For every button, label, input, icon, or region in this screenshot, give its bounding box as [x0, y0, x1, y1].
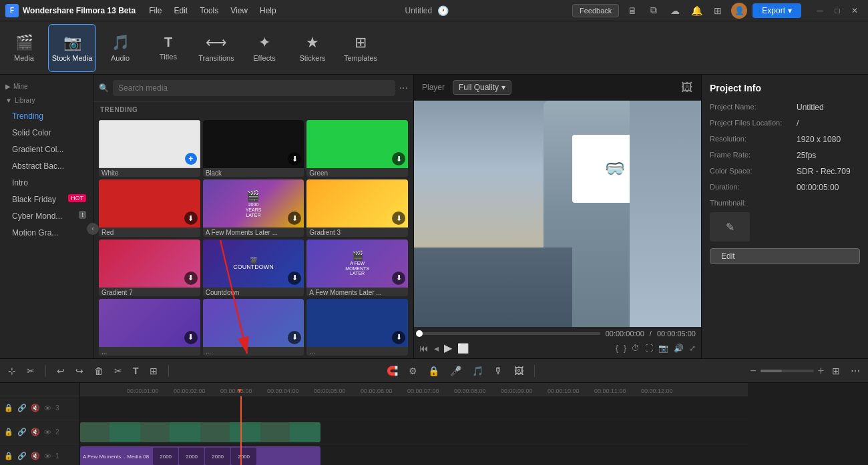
track3-visible-icon[interactable]: 👁	[44, 404, 51, 412]
sidebar-item-black-friday[interactable]: Black FridayHOT	[3, 191, 90, 207]
timeline-cut-button[interactable]: ✂	[112, 364, 125, 378]
media-item-r4c1[interactable]: ⬇ ...	[99, 299, 200, 356]
toolbar-media[interactable]: 🎬 Media	[0, 24, 48, 72]
monitor-icon[interactable]: 🖥	[624, 3, 640, 19]
sidebar-section-library[interactable]: ▼ Library	[0, 94, 93, 107]
track1-link-icon[interactable]: 🔗	[17, 452, 27, 460]
sidebar-item-abstract-bac[interactable]: Abstract Bac...	[3, 158, 90, 174]
overlay-clip[interactable]: A Few Moments... Media 08 2000 2000 2000…	[80, 446, 320, 465]
timeline-grid-button[interactable]: ⊞	[829, 364, 843, 378]
mark-in-button[interactable]: {	[616, 344, 618, 353]
sidebar-item-solid-color[interactable]: Solid Color	[3, 125, 90, 141]
download-green-button[interactable]: ⬇	[392, 152, 405, 165]
snapshot-button[interactable]: 📷	[658, 344, 668, 353]
menu-view[interactable]: View	[225, 4, 253, 17]
search-input[interactable]	[113, 80, 395, 96]
sidebar-item-trending[interactable]: Trending	[3, 108, 90, 124]
timeline-trim-button[interactable]: ✂	[24, 364, 37, 378]
download-black-button[interactable]: ⬇	[288, 152, 301, 165]
track1-visible-icon[interactable]: 👁	[44, 452, 51, 460]
timeline-add-button[interactable]: ⊞	[147, 364, 160, 378]
media-item-white[interactable]: + White	[99, 120, 200, 177]
menu-edit[interactable]: Edit	[169, 4, 194, 17]
close-button[interactable]: ✕	[847, 3, 863, 19]
speed-button[interactable]: ⏱	[632, 344, 640, 353]
playhead[interactable]	[240, 396, 242, 465]
track1-lock-icon[interactable]: 🔒	[4, 452, 13, 460]
edit-button[interactable]: Edit	[710, 248, 860, 264]
toolbar-effects[interactable]: ✦ Effects	[240, 24, 288, 72]
media-item-gradient7[interactable]: ⬇ Gradient 7	[99, 240, 200, 296]
media-item-red[interactable]: ⬇ Red	[99, 179, 200, 236]
export-button[interactable]: Export ▾	[752, 3, 801, 18]
add-white-button[interactable]: +	[185, 153, 197, 165]
media-item-green[interactable]: ⬇ Green	[306, 120, 408, 177]
menu-tools[interactable]: Tools	[194, 4, 224, 17]
track3-lock-icon[interactable]: 🔒	[4, 404, 13, 412]
timeline-voiceover-button[interactable]: 🎙	[491, 364, 506, 378]
timeline-music-button[interactable]: 🎵	[469, 364, 486, 378]
timeline-photo-button[interactable]: 🖼	[511, 364, 526, 378]
download-gradient7-button[interactable]: ⬇	[184, 272, 198, 285]
sidebar-item-gradient-col[interactable]: Gradient Col...	[3, 141, 90, 157]
expand-button[interactable]: ⤢	[689, 344, 696, 353]
copy-icon[interactable]: ⧉	[646, 3, 662, 19]
media-item-few-moments[interactable]: 🎬 2000YEARSLATER ⬇ A Few Moments Later .…	[203, 179, 304, 236]
media-item-gradient3[interactable]: ⬇ Gradient 3	[306, 179, 408, 236]
sidebar-item-cyber-mond[interactable]: Cyber Mond...!	[3, 208, 90, 224]
download-r4c3-button[interactable]: ⬇	[392, 331, 405, 344]
sidebar-item-motion-gra[interactable]: Motion Gra...	[3, 225, 90, 241]
zoom-in-button[interactable]: +	[818, 365, 824, 377]
progress-track[interactable]	[419, 332, 600, 335]
avatar-icon[interactable]: 👤	[731, 3, 747, 19]
timeline-mic-button[interactable]: 🎤	[447, 364, 464, 378]
track3-link-icon[interactable]: 🔗	[17, 404, 27, 412]
timeline-lock-button[interactable]: 🔒	[425, 364, 442, 378]
toolbar-transitions[interactable]: ⟷ Transitions	[192, 24, 240, 72]
preview-settings-button[interactable]: 🖼	[681, 81, 693, 95]
timeline-delete-button[interactable]: 🗑	[91, 364, 106, 378]
volume-button[interactable]: 🔊	[674, 344, 684, 353]
media-item-black[interactable]: ⬇ Black	[203, 120, 304, 177]
mark-out-button[interactable]: }	[624, 344, 626, 353]
notification-icon[interactable]: 🔔	[688, 3, 704, 19]
play-button[interactable]: ▶	[444, 342, 452, 354]
frame-back-button[interactable]: ◂	[434, 343, 439, 354]
download-countdown-button[interactable]: ⬇	[288, 272, 301, 285]
menu-help[interactable]: Help	[254, 4, 282, 17]
download-red-button[interactable]: ⬇	[184, 211, 198, 225]
maximize-button[interactable]: □	[829, 3, 845, 19]
sidebar-item-intro[interactable]: Intro	[3, 175, 90, 191]
more-options-button[interactable]: ···	[399, 82, 408, 94]
track1-mute-icon[interactable]: 🔇	[31, 452, 40, 460]
download-r4c2-button[interactable]: ⬇	[288, 331, 301, 344]
timeline-ruler[interactable]: 00:00:01:00 00:00:02:00 00:00:03:00 00:0…	[80, 383, 748, 396]
track2-link-icon[interactable]: 🔗	[17, 428, 27, 436]
toolbar-stock-media[interactable]: 📷 Stock Media	[48, 24, 96, 72]
menu-file[interactable]: File	[144, 4, 167, 17]
thumbnail-box[interactable]: ✎	[710, 212, 750, 242]
track2-mute-icon[interactable]: 🔇	[31, 428, 40, 436]
minimize-button[interactable]: ─	[812, 3, 828, 19]
timeline-select-button[interactable]: ⊹	[5, 364, 19, 378]
skip-back-button[interactable]: ⏮	[419, 343, 429, 354]
toolbar-stickers[interactable]: ★ Stickers	[288, 24, 337, 72]
zoom-track[interactable]	[761, 370, 814, 372]
cloud-icon[interactable]: ☁	[667, 3, 683, 19]
media-item-few-moments2[interactable]: 🎬 A FEWMOMENTSLATER ⬇ A Few Moments Late…	[306, 240, 408, 296]
timeline-redo-button[interactable]: ↪	[73, 364, 86, 378]
track3-mute-icon[interactable]: 🔇	[31, 404, 40, 412]
download-r4c1-button[interactable]: ⬇	[184, 331, 198, 344]
fullscreen-button[interactable]: ⛶	[645, 344, 653, 353]
track2-lock-icon[interactable]: 🔒	[4, 428, 13, 436]
sidebar-section-mine[interactable]: ▶ Mine	[0, 80, 93, 93]
download-gradient3-button[interactable]: ⬇	[392, 211, 405, 225]
toolbar-templates[interactable]: ⊞ Templates	[337, 24, 385, 72]
toolbar-titles[interactable]: T Titles	[144, 24, 192, 72]
timeline-undo-button[interactable]: ↩	[54, 364, 67, 378]
timeline-settings-button[interactable]: ⚙	[406, 364, 420, 378]
timeline-more-button[interactable]: ⋯	[848, 364, 863, 378]
media-item-r4c2[interactable]: ⬇ ...	[203, 299, 304, 356]
feedback-button[interactable]: Feedback	[572, 4, 619, 17]
toolbar-audio[interactable]: 🎵 Audio	[96, 24, 144, 72]
